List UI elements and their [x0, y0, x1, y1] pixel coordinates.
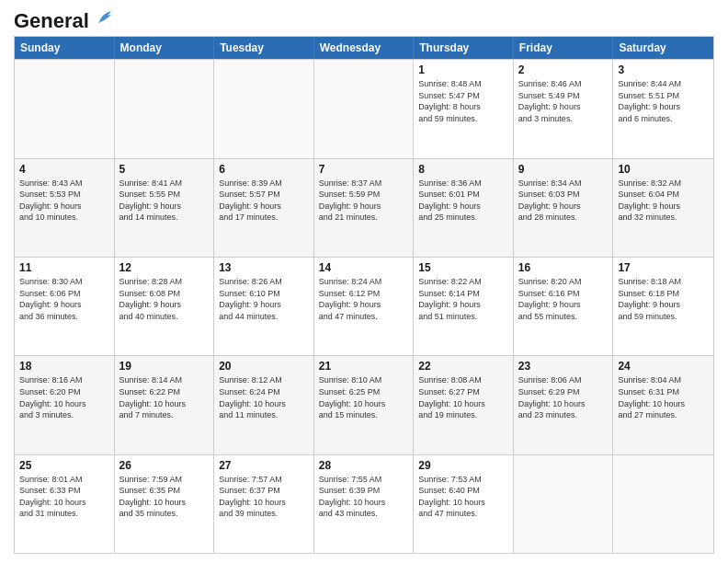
day-info: Sunrise: 8:18 AM Sunset: 6:18 PM Dayligh… [618, 276, 709, 322]
day-number: 17 [618, 261, 709, 274]
day-number: 15 [418, 261, 508, 274]
day-info: Sunrise: 8:20 AM Sunset: 6:16 PM Dayligh… [518, 276, 609, 322]
day-info: Sunrise: 8:39 AM Sunset: 5:57 PM Dayligh… [219, 178, 309, 224]
calendar-header: SundayMondayTuesdayWednesdayThursdayFrid… [15, 37, 713, 59]
day-cell-26: 26Sunrise: 7:59 AM Sunset: 6:35 PM Dayli… [115, 455, 215, 553]
day-info: Sunrise: 8:36 AM Sunset: 6:01 PM Dayligh… [418, 178, 508, 224]
day-info: Sunrise: 8:16 AM Sunset: 6:20 PM Dayligh… [19, 374, 109, 420]
weekday-header-saturday: Saturday [613, 37, 713, 59]
day-cell-29: 29Sunrise: 7:53 AM Sunset: 6:40 PM Dayli… [414, 455, 514, 553]
weekday-header-tuesday: Tuesday [214, 37, 314, 59]
day-cell-21: 21Sunrise: 8:10 AM Sunset: 6:25 PM Dayli… [314, 356, 415, 454]
day-number: 26 [119, 459, 210, 472]
day-number: 28 [319, 459, 409, 472]
weekday-header-monday: Monday [115, 37, 215, 59]
day-cell-16: 16Sunrise: 8:20 AM Sunset: 6:16 PM Dayli… [514, 258, 614, 355]
day-number: 3 [618, 63, 709, 76]
day-cell-22: 22Sunrise: 8:08 AM Sunset: 6:27 PM Dayli… [414, 356, 514, 454]
day-cell-10: 10Sunrise: 8:32 AM Sunset: 6:04 PM Dayli… [613, 159, 713, 257]
weekday-header-sunday: Sunday [15, 37, 115, 59]
day-cell-6: 6Sunrise: 8:39 AM Sunset: 5:57 PM Daylig… [214, 159, 314, 257]
day-info: Sunrise: 8:10 AM Sunset: 6:25 PM Dayligh… [319, 374, 409, 420]
day-cell-17: 17Sunrise: 8:18 AM Sunset: 6:18 PM Dayli… [613, 258, 713, 355]
empty-cell [314, 60, 415, 157]
day-cell-11: 11Sunrise: 8:30 AM Sunset: 6:06 PM Dayli… [15, 258, 115, 355]
day-number: 29 [418, 459, 508, 472]
day-cell-9: 9Sunrise: 8:34 AM Sunset: 6:03 PM Daylig… [514, 159, 614, 257]
day-number: 5 [119, 163, 210, 176]
day-number: 20 [219, 360, 309, 373]
empty-cell [115, 60, 215, 157]
day-number: 18 [19, 360, 109, 373]
day-cell-8: 8Sunrise: 8:36 AM Sunset: 6:01 PM Daylig… [414, 159, 514, 257]
day-cell-18: 18Sunrise: 8:16 AM Sunset: 6:20 PM Dayli… [15, 356, 115, 454]
day-info: Sunrise: 8:48 AM Sunset: 5:47 PM Dayligh… [418, 78, 508, 124]
day-cell-2: 2Sunrise: 8:46 AM Sunset: 5:49 PM Daylig… [514, 60, 614, 157]
day-cell-19: 19Sunrise: 8:14 AM Sunset: 6:22 PM Dayli… [115, 356, 215, 454]
weekday-header-friday: Friday [514, 37, 614, 59]
page: General SundayMondayTuesdayWednesdayThur… [0, 0, 728, 563]
calendar-row-4: 18Sunrise: 8:16 AM Sunset: 6:20 PM Dayli… [15, 355, 713, 454]
day-info: Sunrise: 8:28 AM Sunset: 6:08 PM Dayligh… [119, 276, 210, 322]
day-number: 2 [518, 63, 609, 76]
day-info: Sunrise: 8:06 AM Sunset: 6:29 PM Dayligh… [518, 374, 609, 420]
day-number: 19 [119, 360, 210, 373]
day-cell-12: 12Sunrise: 8:28 AM Sunset: 6:08 PM Dayli… [115, 258, 215, 355]
day-cell-4: 4Sunrise: 8:43 AM Sunset: 5:53 PM Daylig… [15, 159, 115, 257]
weekday-header-thursday: Thursday [414, 37, 514, 59]
day-cell-20: 20Sunrise: 8:12 AM Sunset: 6:24 PM Dayli… [214, 356, 314, 454]
day-number: 10 [618, 163, 709, 176]
day-number: 27 [219, 459, 309, 472]
day-number: 13 [219, 261, 309, 274]
day-number: 14 [319, 261, 409, 274]
day-info: Sunrise: 8:14 AM Sunset: 6:22 PM Dayligh… [119, 374, 210, 420]
day-info: Sunrise: 7:59 AM Sunset: 6:35 PM Dayligh… [119, 474, 210, 520]
day-cell-7: 7Sunrise: 8:37 AM Sunset: 5:59 PM Daylig… [314, 159, 415, 257]
day-number: 22 [418, 360, 508, 373]
day-info: Sunrise: 8:08 AM Sunset: 6:27 PM Dayligh… [418, 374, 508, 420]
day-number: 1 [418, 63, 508, 76]
calendar-row-1: 1Sunrise: 8:48 AM Sunset: 5:47 PM Daylig… [15, 59, 713, 157]
empty-cell [514, 455, 614, 553]
day-cell-3: 3Sunrise: 8:44 AM Sunset: 5:51 PM Daylig… [613, 60, 713, 157]
day-info: Sunrise: 8:37 AM Sunset: 5:59 PM Dayligh… [319, 178, 409, 224]
calendar-row-3: 11Sunrise: 8:30 AM Sunset: 6:06 PM Dayli… [15, 257, 713, 355]
day-info: Sunrise: 8:04 AM Sunset: 6:31 PM Dayligh… [618, 374, 709, 420]
day-cell-13: 13Sunrise: 8:26 AM Sunset: 6:10 PM Dayli… [214, 258, 314, 355]
day-number: 23 [518, 360, 609, 373]
day-cell-23: 23Sunrise: 8:06 AM Sunset: 6:29 PM Dayli… [514, 356, 614, 454]
day-cell-27: 27Sunrise: 7:57 AM Sunset: 6:37 PM Dayli… [214, 455, 314, 553]
day-info: Sunrise: 8:44 AM Sunset: 5:51 PM Dayligh… [618, 78, 709, 124]
day-number: 6 [219, 163, 309, 176]
day-info: Sunrise: 7:57 AM Sunset: 6:37 PM Dayligh… [219, 474, 309, 520]
logo: General [14, 9, 115, 29]
day-number: 25 [19, 459, 109, 472]
day-info: Sunrise: 8:34 AM Sunset: 6:03 PM Dayligh… [518, 178, 609, 224]
day-info: Sunrise: 8:24 AM Sunset: 6:12 PM Dayligh… [319, 276, 409, 322]
day-number: 12 [119, 261, 210, 274]
day-number: 21 [319, 360, 409, 373]
day-number: 7 [319, 163, 409, 176]
day-number: 4 [19, 163, 109, 176]
day-info: Sunrise: 8:12 AM Sunset: 6:24 PM Dayligh… [219, 374, 309, 420]
day-info: Sunrise: 7:53 AM Sunset: 6:40 PM Dayligh… [418, 474, 508, 520]
day-number: 8 [418, 163, 508, 176]
day-number: 24 [618, 360, 709, 373]
day-info: Sunrise: 8:30 AM Sunset: 6:06 PM Dayligh… [19, 276, 109, 322]
calendar-row-5: 25Sunrise: 8:01 AM Sunset: 6:33 PM Dayli… [15, 454, 713, 553]
empty-cell [15, 60, 115, 157]
calendar: SundayMondayTuesdayWednesdayThursdayFrid… [14, 36, 714, 554]
day-info: Sunrise: 8:01 AM Sunset: 6:33 PM Dayligh… [19, 474, 109, 520]
day-info: Sunrise: 7:55 AM Sunset: 6:39 PM Dayligh… [319, 474, 409, 520]
day-cell-24: 24Sunrise: 8:04 AM Sunset: 6:31 PM Dayli… [613, 356, 713, 454]
day-info: Sunrise: 8:41 AM Sunset: 5:55 PM Dayligh… [119, 178, 210, 224]
day-info: Sunrise: 8:26 AM Sunset: 6:10 PM Dayligh… [219, 276, 309, 322]
day-info: Sunrise: 8:22 AM Sunset: 6:14 PM Dayligh… [418, 276, 508, 322]
day-cell-25: 25Sunrise: 8:01 AM Sunset: 6:33 PM Dayli… [15, 455, 115, 553]
empty-cell [613, 455, 713, 553]
day-info: Sunrise: 8:46 AM Sunset: 5:49 PM Dayligh… [518, 78, 609, 124]
logo-bird-icon [91, 7, 115, 31]
day-cell-14: 14Sunrise: 8:24 AM Sunset: 6:12 PM Dayli… [314, 258, 415, 355]
day-info: Sunrise: 8:32 AM Sunset: 6:04 PM Dayligh… [618, 178, 709, 224]
day-number: 11 [19, 261, 109, 274]
